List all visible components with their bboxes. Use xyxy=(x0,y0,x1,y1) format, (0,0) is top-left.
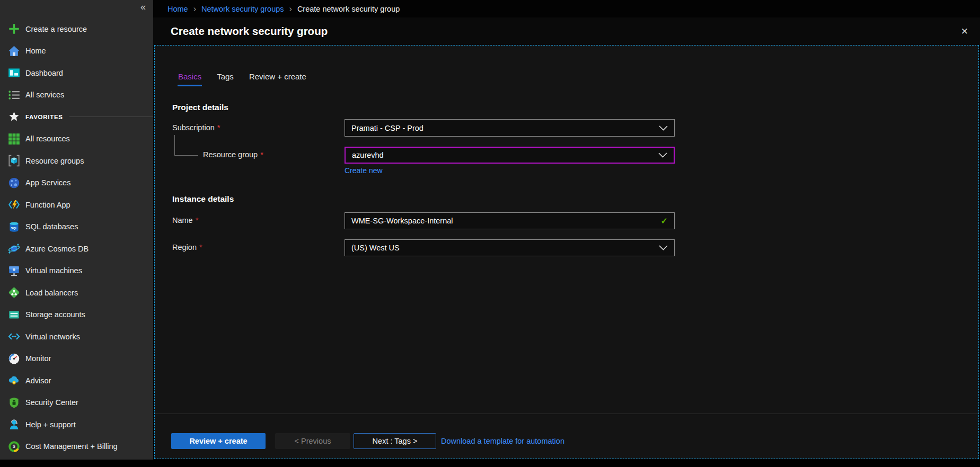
sidebar-item-favorites: FAVORITES xyxy=(0,106,153,128)
tab-review-create[interactable]: Review + create xyxy=(249,72,307,86)
chevron-down-icon xyxy=(658,152,667,158)
grid-icon xyxy=(7,132,20,145)
collapse-sidebar-icon[interactable]: « xyxy=(140,2,146,13)
subscription-dropdown[interactable]: Pramati - CSP - Prod xyxy=(345,119,675,137)
sidebar-item-all-resources[interactable]: All resources xyxy=(0,128,153,150)
sidebar-item-cost-management[interactable]: $Cost Management + Billing xyxy=(0,436,153,458)
star-icon xyxy=(7,111,20,123)
sidebar-item-function-app[interactable]: Function App xyxy=(0,194,153,216)
sidebar-item-label: Storage accounts xyxy=(25,310,85,319)
sidebar-item-label: Advisor xyxy=(25,376,51,385)
sidebar-item-help-support[interactable]: Help + support xyxy=(0,414,153,436)
required-marker: * xyxy=(199,243,202,252)
tree-connector xyxy=(174,135,198,156)
svg-text:SQL: SQL xyxy=(11,226,17,229)
sidebar-item-storage-accounts[interactable]: Storage accounts xyxy=(0,304,153,326)
instance-details-heading: Instance details xyxy=(172,194,234,204)
bottom-strip xyxy=(0,460,980,467)
sidebar-item-label: Azure Cosmos DB xyxy=(25,245,89,253)
sidebar-item-create-a-resource[interactable]: Create a resource xyxy=(0,18,153,40)
network-icon xyxy=(7,330,20,343)
sidebar-item-label: Home xyxy=(25,47,46,55)
required-marker: * xyxy=(217,123,220,132)
sidebar-item-advisor[interactable]: Advisor xyxy=(0,370,153,392)
sidebar-item-label: Create a resource xyxy=(25,25,87,33)
tab-bar: BasicsTagsReview + create xyxy=(178,72,307,86)
subscription-label: Subscription* xyxy=(172,123,220,132)
sidebar-item-label: Virtual networks xyxy=(25,333,80,341)
previous-button[interactable]: < Previous xyxy=(275,433,350,449)
breadcrumb-link-home[interactable]: Home xyxy=(167,5,188,13)
sidebar: « Create a resourceHomeDashboardAll serv… xyxy=(0,0,153,460)
blade-header: Create network security group ✕ xyxy=(153,17,980,45)
close-icon[interactable]: ✕ xyxy=(961,26,968,37)
plus-icon xyxy=(7,23,20,35)
monitor-icon xyxy=(7,264,20,277)
sidebar-item-home[interactable]: Home xyxy=(0,40,153,62)
resource-group-label: Resource group* xyxy=(203,150,263,159)
breadcrumb-separator: › xyxy=(193,5,196,13)
breadcrumb: Home›Network security groups›Create netw… xyxy=(153,0,980,17)
tab-tags[interactable]: Tags xyxy=(216,72,234,86)
sidebar-item-label: Monitor xyxy=(25,354,51,363)
page-title: Create network security group xyxy=(171,25,328,38)
advisor-cloud-icon xyxy=(7,374,20,387)
storage-icon xyxy=(7,308,20,321)
sidebar-item-all-services[interactable]: All services xyxy=(0,84,153,106)
breadcrumb-separator: › xyxy=(289,5,292,13)
sidebar-item-sql-databases[interactable]: SQLSQL databases xyxy=(0,216,153,238)
sidebar-item-label: Function App xyxy=(25,201,70,209)
lightning-icon xyxy=(7,199,20,211)
valid-check-icon: ✓ xyxy=(661,216,668,226)
sidebar-item-label: All services xyxy=(25,91,64,99)
cost-ring-icon: $ xyxy=(7,440,20,453)
create-new-link[interactable]: Create new xyxy=(345,166,383,175)
sidebar-item-azure-cosmos-db[interactable]: Azure Cosmos DB xyxy=(0,238,153,260)
region-label: Region* xyxy=(172,243,202,252)
sidebar-item-monitor[interactable]: Monitor xyxy=(0,348,153,370)
headset-icon xyxy=(7,418,20,431)
sidebar-item-security-center[interactable]: Security Center xyxy=(0,392,153,414)
breadcrumb-current: Create network security group xyxy=(297,5,400,13)
gauge-icon xyxy=(7,352,20,365)
resource-group-dropdown[interactable]: azurevhd xyxy=(345,147,675,164)
breadcrumb-link-network-security-groups[interactable]: Network security groups xyxy=(201,5,284,13)
sidebar-item-label: FAVORITES xyxy=(25,114,63,120)
sidebar-item-app-services[interactable]: App Services xyxy=(0,172,153,194)
planet-icon xyxy=(7,243,20,255)
sidebar-item-virtual-machines[interactable]: Virtual machines xyxy=(0,260,153,282)
load-balancer-icon xyxy=(7,286,20,299)
name-label: Name* xyxy=(172,216,198,224)
required-marker: * xyxy=(196,216,199,224)
region-dropdown[interactable]: (US) West US xyxy=(345,239,675,256)
basics-panel: BasicsTagsReview + create Project detail… xyxy=(154,45,979,459)
sidebar-item-virtual-networks[interactable]: Virtual networks xyxy=(0,326,153,348)
sidebar-item-load-balancers[interactable]: Load balancers xyxy=(0,282,153,304)
project-details-heading: Project details xyxy=(172,103,228,112)
globe-icon xyxy=(7,176,20,189)
sidebar-item-label: Resource groups xyxy=(25,157,84,165)
sidebar-item-label: SQL databases xyxy=(25,222,78,231)
sidebar-item-label: App Services xyxy=(25,178,70,187)
tab-basics[interactable]: Basics xyxy=(178,72,202,86)
sidebar-item-label: All resources xyxy=(25,134,70,143)
section-divider xyxy=(69,116,153,117)
sidebar-item-label: Help + support xyxy=(25,420,76,429)
footer-divider xyxy=(155,414,978,414)
database-icon: SQL xyxy=(7,220,20,233)
next-tags-button[interactable]: Next : Tags > xyxy=(354,433,436,449)
sidebar-nav: Create a resourceHomeDashboardAll servic… xyxy=(0,18,153,457)
download-template-link[interactable]: Download a template for automation xyxy=(441,433,564,449)
azure-portal-screen: « Create a resourceHomeDashboardAll serv… xyxy=(0,0,980,467)
sidebar-item-label: Load balancers xyxy=(25,289,78,297)
name-input[interactable]: WME-SG-Workspace-Internal ✓ xyxy=(345,212,675,229)
dashboard-icon xyxy=(7,67,20,79)
sidebar-item-dashboard[interactable]: Dashboard xyxy=(0,62,153,84)
shield-icon xyxy=(7,396,20,409)
required-marker: * xyxy=(260,150,263,159)
chevron-down-icon xyxy=(659,125,668,131)
review-create-button[interactable]: Review + create xyxy=(171,433,266,449)
sidebar-item-resource-groups[interactable]: Resource groups xyxy=(0,150,153,172)
list-icon xyxy=(7,88,20,101)
sidebar-item-label: Dashboard xyxy=(25,69,63,77)
